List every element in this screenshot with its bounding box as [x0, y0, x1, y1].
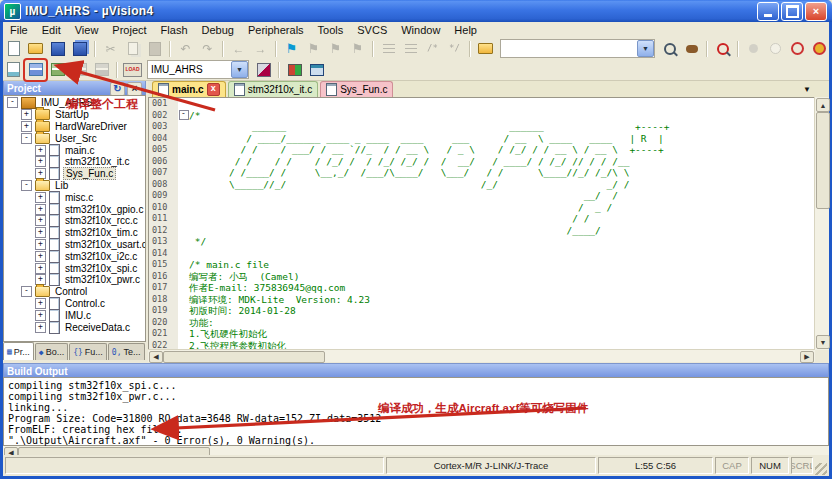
maximize-button[interactable]: [781, 2, 803, 21]
code-text[interactable]: /____/: [189, 225, 601, 237]
new-file-button[interactable]: [3, 39, 24, 59]
editor-tab[interactable]: Sys_Fun.c x: [320, 81, 393, 97]
expand-toggle[interactable]: +: [35, 227, 46, 238]
code-text[interactable]: / /: [189, 213, 589, 225]
tree-node[interactable]: + stm32f10x_spi.c: [4, 262, 145, 274]
code-text[interactable]: / / / / / /_/ / / /_/ /_/ / / __/ / ____…: [189, 156, 629, 168]
code-text[interactable]: / /____/ / \__,_/ /___/\____/ \___/ / / …: [189, 167, 629, 179]
indent-right-button[interactable]: [400, 39, 421, 59]
code-text[interactable]: __/ /: [189, 190, 618, 202]
copy-button[interactable]: [122, 39, 143, 59]
nav-forward-button[interactable]: →: [250, 39, 271, 59]
expand-toggle[interactable]: +: [35, 145, 46, 156]
stop-build-button[interactable]: [91, 60, 112, 80]
code-text[interactable]: /*: [189, 110, 200, 122]
code-text[interactable]: 1.飞机硬件初始化: [189, 328, 267, 340]
uncomment-button[interactable]: */: [444, 39, 465, 59]
tree-node[interactable]: + IMU.c: [4, 309, 145, 321]
editor-tab[interactable]: stm32f10x_it.c x: [228, 81, 318, 97]
tree-node[interactable]: - User_Src: [4, 132, 145, 144]
expand-toggle[interactable]: +: [35, 322, 46, 333]
find-in-files-button[interactable]: [475, 39, 496, 59]
expand-toggle[interactable]: +: [21, 109, 32, 120]
tab-close-button[interactable]: x: [207, 83, 220, 96]
tree-node[interactable]: + stm32f10x_i2c.c: [4, 250, 145, 262]
tree-node[interactable]: + stm32f10x_tim.c: [4, 227, 145, 239]
tree-node[interactable]: + stm32f10x_gpio.c: [4, 203, 145, 215]
show-current-statement-button[interactable]: [712, 39, 733, 59]
build-button[interactable]: [25, 60, 46, 80]
menu-item[interactable]: Debug: [195, 23, 241, 37]
code-text[interactable]: 编译环境: MDK-Lite Version: 4.23: [189, 294, 370, 306]
panel-tab[interactable]: 0, Te...: [108, 343, 145, 360]
expand-toggle[interactable]: +: [35, 251, 46, 262]
breakpoint-enable-button[interactable]: [765, 39, 786, 59]
menu-item[interactable]: Edit: [35, 23, 68, 37]
windows-layout-button[interactable]: [306, 60, 327, 80]
tab-list-dropdown-button[interactable]: ▼: [803, 85, 811, 94]
expand-toggle[interactable]: +: [35, 310, 46, 321]
bookmark-toggle-button[interactable]: ⚑: [281, 39, 302, 59]
find-button[interactable]: [659, 39, 680, 59]
tree-node[interactable]: + stm32f10x_rcc.c: [4, 215, 145, 227]
bookmark-clear-button[interactable]: ⚑: [347, 39, 368, 59]
tree-node[interactable]: + ReceiveData.c: [4, 321, 145, 333]
breakpoint-toggle-button[interactable]: [743, 39, 764, 59]
code-text[interactable]: 编写者: 小马 (Camel): [189, 271, 299, 283]
open-file-button[interactable]: [25, 39, 46, 59]
menu-item[interactable]: Window: [394, 23, 447, 37]
code-editor[interactable]: 001 002 - /* 003 ______ ______ +----+ 00…: [148, 97, 815, 350]
pin-icon[interactable]: ↻: [110, 82, 125, 96]
breakpoint-disable-all-button[interactable]: [787, 39, 808, 59]
panel-tab[interactable]: ◆ Bo...: [35, 343, 68, 360]
scroll-right-button[interactable]: ▶: [800, 351, 814, 363]
search-input[interactable]: [501, 41, 637, 56]
tree-node[interactable]: + HardWareDriver: [4, 121, 145, 133]
cut-button[interactable]: ✂: [100, 39, 121, 59]
fold-toggle[interactable]: -: [179, 110, 189, 120]
expand-toggle[interactable]: -: [21, 133, 32, 144]
incremental-find-button[interactable]: [681, 39, 702, 59]
target-select[interactable]: IMU_AHRS ▼: [147, 60, 249, 79]
tree-node[interactable]: - Lib: [4, 180, 145, 192]
expand-toggle[interactable]: +: [35, 298, 46, 309]
expand-toggle[interactable]: -: [21, 180, 32, 191]
tree-node[interactable]: + main.c: [4, 144, 145, 156]
menu-item[interactable]: View: [68, 23, 106, 37]
close-icon[interactable]: ×: [127, 82, 142, 96]
expand-toggle[interactable]: +: [21, 121, 32, 132]
tree-node[interactable]: + stm32f10x_it.c: [4, 156, 145, 168]
code-text[interactable]: /* main.c file: [189, 259, 269, 271]
rebuild-button[interactable]: [47, 60, 68, 80]
comment-button[interactable]: /*: [422, 39, 443, 59]
paste-button[interactable]: [144, 39, 165, 59]
close-button[interactable]: ×: [805, 2, 827, 21]
expand-toggle[interactable]: +: [35, 192, 46, 203]
expand-toggle[interactable]: +: [35, 215, 46, 226]
menu-item[interactable]: SVCS: [350, 23, 394, 37]
expand-toggle[interactable]: +: [35, 156, 46, 167]
editor-vscrollbar[interactable]: ▲ ▼: [814, 97, 829, 350]
panel-tab[interactable]: {} Fu...: [69, 343, 107, 360]
code-text[interactable]: 作者E-mail: 375836945@qq.com: [189, 282, 345, 294]
code-text[interactable]: ______ ______ +----+: [189, 121, 669, 133]
menu-item[interactable]: Project: [105, 23, 153, 37]
menu-item[interactable]: File: [3, 23, 35, 37]
breakpoint-kill-all-button[interactable]: [809, 39, 830, 59]
code-text[interactable]: \_____//_/ /_/ _/ /: [189, 179, 629, 191]
editor-hscrollbar[interactable]: ◀ ▶: [148, 349, 815, 362]
menu-item[interactable]: Flash: [154, 23, 195, 37]
code-text[interactable]: / / / ___/ / __ `//_ / / __ \ / _ \ / /_…: [189, 144, 664, 156]
translate-button[interactable]: [3, 60, 24, 80]
expand-toggle[interactable]: +: [35, 204, 46, 215]
scroll-up-button[interactable]: ▲: [816, 98, 830, 112]
bookmark-prev-button[interactable]: ⚑: [303, 39, 324, 59]
save-button[interactable]: [47, 39, 68, 59]
editor-tab[interactable]: main.c x: [152, 81, 226, 97]
tree-node[interactable]: + stm32f10x_usart.c: [4, 239, 145, 251]
batch-build-button[interactable]: [69, 60, 90, 80]
code-text[interactable]: / _ /: [189, 202, 612, 214]
expand-toggle[interactable]: +: [35, 239, 46, 250]
menu-item[interactable]: Tools: [311, 23, 351, 37]
tree-node[interactable]: + Sys_Fun.c: [4, 168, 145, 180]
